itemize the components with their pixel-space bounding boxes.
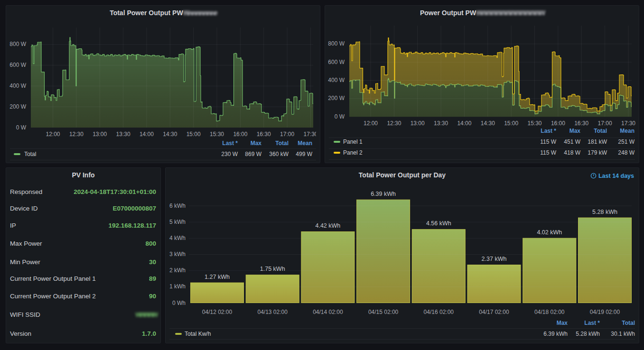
svg-text:5.28 kWh: 5.28 kWh <box>592 209 617 215</box>
svg-text:15:00: 15:00 <box>504 120 518 127</box>
svg-text:04/16 02:00: 04/16 02:00 <box>424 309 454 315</box>
svg-text:13:00: 13:00 <box>411 120 425 127</box>
svg-text:400 W: 400 W <box>328 77 345 83</box>
svg-text:3 kWh: 3 kWh <box>169 251 186 258</box>
svg-text:0 W: 0 W <box>16 124 27 131</box>
svg-text:13:30: 13:30 <box>116 131 131 138</box>
svg-text:14:00: 14:00 <box>457 120 471 127</box>
svg-text:5 kWh: 5 kWh <box>169 219 186 225</box>
svg-text:15:30: 15:30 <box>527 120 541 127</box>
svg-text:800 W: 800 W <box>9 41 26 47</box>
svg-text:04/19 02:00: 04/19 02:00 <box>590 309 620 315</box>
svg-text:4.02 kWh: 4.02 kWh <box>537 229 562 236</box>
svg-text:200 W: 200 W <box>328 95 345 101</box>
svg-text:04/12 02:00: 04/12 02:00 <box>202 309 233 315</box>
svg-text:14:30: 14:30 <box>163 131 177 138</box>
svg-text:16:30: 16:30 <box>574 120 588 127</box>
svg-text:17:00: 17:00 <box>280 131 294 138</box>
svg-text:17:00: 17:00 <box>598 120 612 127</box>
svg-text:12:00: 12:00 <box>364 120 378 127</box>
svg-text:16:30: 16:30 <box>257 131 271 138</box>
svg-text:1.27 kWh: 1.27 kWh <box>205 274 230 280</box>
svg-text:2 kWh: 2 kWh <box>169 267 186 274</box>
svg-text:16:00: 16:00 <box>551 120 565 127</box>
svg-text:14:30: 14:30 <box>481 120 495 127</box>
svg-text:16:00: 16:00 <box>233 131 247 138</box>
svg-text:200 W: 200 W <box>9 103 26 110</box>
svg-text:14:00: 14:00 <box>140 131 154 138</box>
svg-text:17:30: 17:30 <box>303 131 317 138</box>
svg-text:12:00: 12:00 <box>46 131 60 138</box>
svg-text:4.42 kWh: 4.42 kWh <box>315 222 340 229</box>
svg-text:400 W: 400 W <box>9 83 26 89</box>
svg-text:04/18 02:00: 04/18 02:00 <box>534 309 565 315</box>
svg-text:0 Wh: 0 Wh <box>172 300 186 306</box>
svg-text:13:00: 13:00 <box>93 131 107 138</box>
svg-text:17:30: 17:30 <box>621 120 635 127</box>
svg-text:6 kWh: 6 kWh <box>169 203 186 209</box>
svg-text:600 W: 600 W <box>9 62 26 68</box>
svg-text:4 kWh: 4 kWh <box>169 235 186 241</box>
svg-text:4.56 kWh: 4.56 kWh <box>426 220 451 227</box>
svg-text:04/17 02:00: 04/17 02:00 <box>479 309 509 315</box>
svg-text:15:30: 15:30 <box>210 131 224 138</box>
svg-text:0 W: 0 W <box>335 113 345 120</box>
svg-text:12:30: 12:30 <box>69 131 84 138</box>
svg-text:13:30: 13:30 <box>434 120 448 127</box>
svg-text:1.75 kWh: 1.75 kWh <box>260 266 285 272</box>
svg-text:800 W: 800 W <box>328 40 345 47</box>
svg-text:04/15 02:00: 04/15 02:00 <box>368 309 399 315</box>
svg-text:15:00: 15:00 <box>187 131 201 138</box>
svg-text:1 kWh: 1 kWh <box>169 283 186 290</box>
svg-text:2.37 kWh: 2.37 kWh <box>482 256 507 262</box>
svg-text:04/14 02:00: 04/14 02:00 <box>313 309 343 315</box>
svg-text:12:30: 12:30 <box>387 120 401 127</box>
svg-text:6.39 kWh: 6.39 kWh <box>371 191 396 197</box>
svg-text:04/13 02:00: 04/13 02:00 <box>257 309 288 315</box>
svg-text:600 W: 600 W <box>328 59 345 65</box>
